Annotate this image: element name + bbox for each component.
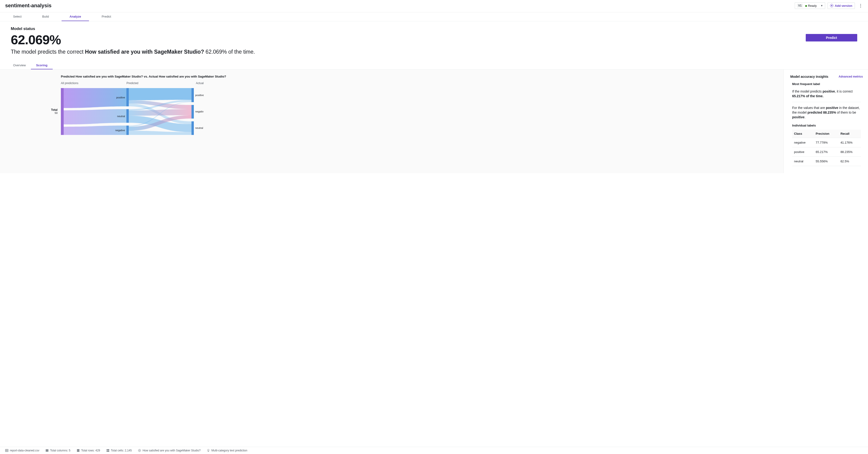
table-row: neutral 55.556% 62.5%	[792, 157, 861, 166]
svg-text:neutral: neutral	[195, 126, 203, 129]
svg-text:positive: positive	[116, 96, 125, 99]
tab-build[interactable]: Build	[34, 12, 57, 21]
divider	[792, 102, 861, 102]
th-recall: Recall	[838, 130, 861, 138]
insights-pane: Model accuracy insights Advanced metrics…	[784, 69, 868, 173]
labels-table: Class Precision Recall negative 77.778% …	[792, 130, 861, 166]
sankey-col-actual: Actual	[196, 82, 204, 85]
tab-select[interactable]: Select	[5, 12, 30, 21]
svg-text:negative: negative	[115, 129, 125, 132]
individual-labels-heading: Individual labels	[792, 124, 861, 127]
kebab-menu-button[interactable]	[858, 3, 863, 8]
status-description: The model predicts the correct How satis…	[11, 49, 857, 55]
svg-rect-5	[191, 105, 194, 118]
insights-heading: Model accuracy insights	[790, 75, 829, 79]
plus-circle-icon	[830, 4, 833, 7]
svg-rect-3	[126, 125, 129, 135]
page-title: sentiment-analysis	[5, 3, 52, 9]
top-actions: V1 Ready ▼ Add version	[795, 2, 863, 9]
sankey-col-predicted: Predicted	[126, 82, 138, 85]
svg-text:positive: positive	[195, 94, 204, 96]
table-header-row: Class Precision Recall	[792, 130, 861, 138]
insight-text-1: If the model predicts positive, it is co…	[792, 89, 861, 98]
svg-rect-6	[191, 121, 194, 135]
scoring-area: Predicted How satisfied are you with Sag…	[0, 69, 868, 173]
version-select[interactable]: V1 Ready ▼	[795, 2, 825, 9]
svg-text:negative: negative	[195, 110, 204, 113]
accuracy-value: 62.069%	[11, 32, 61, 47]
table-row: positive 65.217% 88.235%	[792, 147, 861, 157]
subtab-overview[interactable]: Overview	[8, 62, 31, 69]
most-frequent-label-heading: Most frequent label	[792, 82, 863, 86]
main-tabs: Select Build Analyze Predict	[0, 12, 868, 21]
sankey-title: Predicted How satisfied are you with Sag…	[61, 75, 776, 78]
table-row: negative 77.778% 41.176%	[792, 138, 861, 147]
insight-text-2: For the values that are positive in the …	[792, 106, 861, 120]
sankey-svg: positive neutral negative positive negat…	[61, 88, 204, 137]
svg-rect-4	[191, 88, 194, 102]
tab-analyze[interactable]: Analyze	[62, 12, 89, 21]
model-status-heading: Model status	[11, 26, 857, 31]
topbar: sentiment-analysis V1 Ready ▼ Add versio…	[0, 0, 868, 12]
svg-text:neutral: neutral	[117, 115, 125, 118]
content: Model status 62.069% Predict The model p…	[0, 21, 868, 173]
advanced-metrics-link[interactable]: Advanced metrics	[839, 75, 863, 78]
chevron-down-icon: ▼	[820, 4, 823, 7]
ready-status: Ready	[805, 4, 817, 7]
sankey-chart: Total 50	[61, 88, 776, 138]
version-badge: V1	[797, 4, 803, 7]
svg-rect-1	[126, 88, 129, 106]
subtabs: Overview Scoring	[0, 62, 868, 69]
svg-rect-2	[126, 109, 129, 123]
subtab-scoring[interactable]: Scoring	[31, 62, 53, 69]
th-precision: Precision	[814, 130, 839, 138]
sankey-headers: All predictions Predicted Actual	[61, 82, 204, 85]
th-class: Class	[792, 130, 814, 138]
model-status: Model status 62.069% Predict The model p…	[0, 26, 868, 55]
sankey-total-label: Total 50	[51, 108, 58, 114]
tab-predict[interactable]: Predict	[94, 12, 119, 21]
sankey-col-all: All predictions	[61, 82, 79, 85]
svg-rect-0	[61, 88, 64, 135]
predict-button[interactable]: Predict	[806, 34, 857, 41]
add-version-label: Add version	[835, 4, 852, 7]
add-version-button[interactable]: Add version	[828, 3, 855, 9]
sankey-pane: Predicted How satisfied are you with Sag…	[0, 69, 784, 173]
